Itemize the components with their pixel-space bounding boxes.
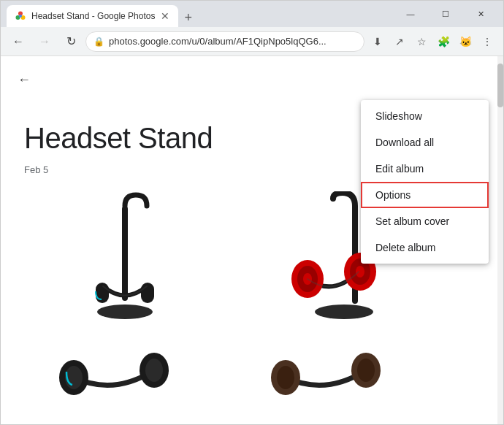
dropdown-menu: Slideshow Download all Edit album Option… bbox=[361, 100, 489, 264]
svg-point-20 bbox=[277, 366, 294, 389]
active-tab[interactable]: Headset Stand - Google Photos ✕ bbox=[7, 5, 178, 27]
tab-area: Headset Stand - Google Photos ✕ + bbox=[7, 1, 391, 27]
window-controls: — ☐ ✕ bbox=[394, 1, 497, 27]
album-title: Headset Stand bbox=[24, 122, 213, 155]
page-content: ← Headset Stand Feb 5 bbox=[1, 56, 503, 424]
svg-point-8 bbox=[315, 305, 373, 319]
tab-favicon bbox=[15, 11, 26, 21]
nav-icons: ⬇ ↗ ☆ 🧩 🐱 ⋮ bbox=[367, 31, 497, 52]
tab-close-button[interactable]: ✕ bbox=[161, 10, 169, 22]
profile-icon[interactable]: 🐱 bbox=[455, 31, 476, 52]
forward-button[interactable]: → bbox=[33, 30, 56, 53]
minimize-button[interactable]: — bbox=[394, 1, 427, 27]
back-button[interactable]: ← bbox=[7, 30, 30, 53]
new-tab-button[interactable]: + bbox=[181, 8, 195, 27]
scrollbar-thumb[interactable] bbox=[497, 64, 503, 107]
menu-icon[interactable]: ⋮ bbox=[477, 31, 497, 52]
album-back-button[interactable]: ← bbox=[12, 68, 36, 91]
tab-title: Headset Stand - Google Photos bbox=[31, 11, 155, 21]
title-bar: Headset Stand - Google Photos ✕ + — ☐ ✕ bbox=[1, 1, 503, 27]
headset-bottom-left-photo[interactable] bbox=[59, 334, 169, 421]
menu-item-edit-album[interactable]: Edit album bbox=[361, 156, 489, 182]
nav-bar: ← → ↻ 🔒 photos.google.com/u/0/album/AF1Q… bbox=[1, 27, 503, 56]
svg-rect-7 bbox=[141, 283, 154, 303]
refresh-button[interactable]: ↻ bbox=[59, 30, 83, 53]
extensions-icon[interactable]: 🧩 bbox=[433, 31, 454, 52]
headset-bottom-right-photo[interactable] bbox=[271, 334, 381, 421]
svg-rect-4 bbox=[122, 206, 128, 301]
menu-item-download-all[interactable]: Download all bbox=[361, 129, 489, 156]
address-text: photos.google.com/u/0/album/AF1QipNpo5lq… bbox=[109, 36, 356, 47]
lock-icon: 🔒 bbox=[93, 37, 104, 47]
bookmark-icon[interactable]: ☆ bbox=[411, 31, 432, 52]
headset-stand-photo[interactable] bbox=[81, 191, 169, 337]
browser-window: Headset Stand - Google Photos ✕ + — ☐ ✕ … bbox=[0, 0, 504, 425]
svg-point-22 bbox=[357, 359, 375, 382]
menu-item-delete-album[interactable]: Delete album bbox=[361, 234, 489, 261]
menu-item-set-album-cover[interactable]: Set album cover bbox=[361, 208, 489, 234]
address-bar[interactable]: 🔒 photos.google.com/u/0/album/AF1QipNpo5… bbox=[85, 31, 364, 52]
scrollbar[interactable] bbox=[497, 56, 503, 424]
svg-point-3 bbox=[19, 15, 22, 18]
menu-item-options[interactable]: Options bbox=[361, 182, 489, 208]
menu-item-slideshow[interactable]: Slideshow bbox=[361, 103, 489, 129]
svg-rect-6 bbox=[96, 283, 109, 303]
svg-point-18 bbox=[145, 359, 163, 382]
share-icon[interactable]: ↗ bbox=[389, 31, 410, 52]
maximize-button[interactable]: ☐ bbox=[429, 1, 462, 27]
svg-point-5 bbox=[97, 305, 153, 319]
close-button[interactable]: ✕ bbox=[464, 1, 497, 27]
svg-point-14 bbox=[356, 266, 364, 277]
album-date: Feb 5 bbox=[24, 164, 48, 175]
download-icon[interactable]: ⬇ bbox=[367, 31, 388, 52]
